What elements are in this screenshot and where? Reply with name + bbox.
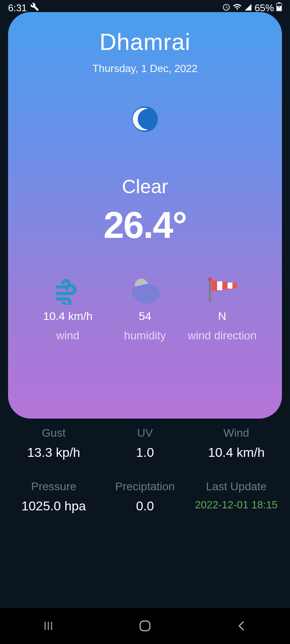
last-update-value: 2022-12-01 18:15: [195, 499, 278, 511]
precipitation-label: Preciptation: [115, 480, 175, 493]
signal-icon: [244, 2, 252, 14]
svg-point-8: [208, 277, 212, 281]
humidity-label: humidity: [124, 329, 166, 342]
home-button[interactable]: [133, 614, 157, 638]
detail-uv: UV 1.0: [99, 427, 191, 460]
wind-label: wind: [56, 329, 80, 342]
windsock-icon: [204, 275, 240, 306]
wind-direction-value: N: [218, 310, 226, 323]
svg-point-6: [132, 286, 146, 299]
details-grid: Gust 13.3 kp/h UV 1.0 Wind 10.4 km/h Pre…: [0, 427, 290, 514]
svg-rect-1: [278, 2, 281, 3]
back-button[interactable]: [230, 614, 254, 638]
svg-rect-14: [140, 621, 150, 631]
status-time: 6:31: [8, 2, 27, 14]
gust-value: 13.3 kp/h: [27, 445, 81, 460]
wind-direction-label: wind direction: [188, 329, 257, 342]
uv-value: 1.0: [136, 445, 154, 460]
detail-last-update: Last Update 2022-12-01 18:15: [191, 480, 282, 514]
pressure-label: Pressure: [31, 480, 76, 493]
temperature-value: 26.4°: [20, 204, 270, 246]
uv-label: UV: [137, 427, 153, 440]
date-text: Thursday, 1 Dec, 2022: [20, 62, 270, 75]
precipitation-value: 0.0: [136, 499, 154, 514]
gust-label: Gust: [42, 427, 66, 440]
weather-card: Dhamrai Thursday, 1 Dec, 2022 Clear 26.4…: [8, 12, 282, 419]
detail-pressure: Pressure 1025.0 hpa: [8, 480, 99, 514]
status-left: 6:31: [8, 2, 39, 14]
status-right: 65%: [222, 2, 282, 14]
wifi-icon: [233, 2, 242, 14]
wind-detail-value: 10.4 km/h: [208, 445, 265, 460]
wind-value: 10.4 km/h: [43, 310, 93, 323]
svg-rect-7: [209, 279, 211, 302]
detail-gust: Gust 13.3 kp/h: [8, 427, 99, 460]
wind-icon: [52, 275, 83, 306]
battery-percent: 65%: [255, 2, 274, 14]
status-bar: 6:31 65%: [0, 0, 290, 16]
humidity-icon: [128, 275, 162, 306]
location-name: Dhamrai: [20, 28, 270, 55]
battery-icon: [276, 2, 282, 14]
wind-detail-label: Wind: [224, 427, 249, 440]
alarm-icon: [222, 2, 230, 14]
last-update-label: Last Update: [206, 480, 267, 493]
svg-rect-9: [217, 281, 222, 290]
detail-precipitation: Preciptation 0.0: [99, 480, 191, 514]
nav-bar: [0, 608, 290, 644]
svg-rect-10: [228, 283, 232, 289]
pressure-value: 1025.0 hpa: [21, 499, 86, 514]
wrench-icon: [30, 2, 39, 14]
moon-icon: [129, 103, 161, 135]
humidity-value: 54: [139, 310, 151, 323]
metric-wind-direction: N wind direction: [184, 275, 260, 342]
metric-humidity: 54 humidity: [107, 275, 183, 342]
metric-wind: 10.4 km/h wind: [30, 275, 106, 342]
metrics-row: 10.4 km/h wind 54 humidity: [20, 275, 270, 342]
condition-text: Clear: [20, 175, 270, 198]
recents-button[interactable]: [36, 614, 60, 638]
detail-wind: Wind 10.4 km/h: [191, 427, 282, 460]
